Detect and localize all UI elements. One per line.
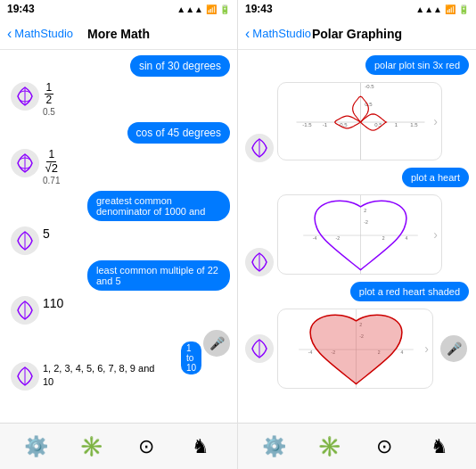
- nav-title-left: More Math: [87, 27, 150, 41]
- avatar-sin30: [11, 82, 39, 111]
- time-left: 19:43: [7, 3, 35, 15]
- bubble-polar[interactable]: polar plot sin 3x red: [365, 55, 469, 75]
- answer-text-sin30: 1 2 0.5: [43, 82, 55, 117]
- svg-text:-2: -2: [336, 235, 341, 241]
- left-panel: 19:43 ▲▲▲ 📶 🔋 ‹ MathStudio More Math sin…: [0, 0, 238, 469]
- battery-icon-right: 🔋: [458, 4, 469, 14]
- chat-area-left: sin of 30 degrees 1 2 0.5: [0, 50, 237, 423]
- answer-lcm: 110: [11, 296, 230, 325]
- toolbar-star-left[interactable]: ✳️: [75, 431, 107, 463]
- svg-text:-4: -4: [308, 350, 313, 355]
- msg-row-heart: plot a heart: [245, 168, 469, 187]
- status-bar-right: 19:43 ▲▲▲ 📶 🔋: [238, 0, 476, 18]
- avatar-1to10: [11, 362, 39, 391]
- msg-row-heart-graph: -4 -2 2 4 2 -2 ›: [245, 193, 469, 276]
- bubble-heart-shaded[interactable]: plot a red heart shaded: [350, 282, 469, 301]
- signal-icon-right: ▲▲▲: [415, 4, 442, 14]
- answer-text-gcd: 5: [43, 226, 50, 241]
- answer-cos45: 1 √2 0.71: [11, 149, 230, 185]
- svg-text:-2: -2: [364, 219, 368, 225]
- signal-icon-left: ▲▲▲: [176, 4, 203, 14]
- chevron-right-heart: ›: [433, 227, 438, 242]
- heart-svg: -4 -2 2 4 2 -2: [278, 195, 442, 275]
- chevron-left-icon: ‹: [7, 26, 12, 42]
- back-label-right: MathStudio: [252, 27, 311, 40]
- bubble-text-lcm: least common multiple of 22 and 5: [96, 265, 218, 286]
- svg-text:-0.5: -0.5: [338, 122, 348, 128]
- svg-text:-0.5: -0.5: [365, 84, 374, 89]
- back-label-left: MathStudio: [14, 27, 73, 40]
- toolbar-gear-left[interactable]: ⚙️: [21, 431, 53, 463]
- svg-text:4: 4: [400, 350, 403, 355]
- toolbar-right: ⚙️ ✳️ ⊙ ♞: [238, 423, 476, 469]
- msg-row-heart-shaded-graph: -4 -2 2 4 2 -2 › 🎤: [245, 307, 469, 391]
- avatar-lcm: [11, 296, 39, 325]
- fraction-sin30: 1 2: [43, 82, 55, 106]
- chevron-right-polar: ›: [433, 114, 438, 128]
- toolbar-chess-left[interactable]: ♞: [185, 431, 217, 463]
- badge-1to10: 1 to 10: [181, 341, 201, 374]
- msg-row-heart-shaded: plot a red heart shaded: [245, 282, 469, 301]
- wifi-icon-right: 📶: [445, 4, 455, 14]
- avatar-gcd: [11, 226, 39, 255]
- avatar-heart-shaded: [245, 334, 274, 363]
- answer-gcd: 5: [11, 226, 230, 255]
- heart-shaded-svg: -4 -2 2 4 2 -2: [278, 309, 433, 389]
- graph-card-heart-shaded[interactable]: -4 -2 2 4 2 -2 ›: [277, 309, 433, 389]
- mic-button-left[interactable]: 🎤: [203, 330, 230, 357]
- bubble-gcd[interactable]: greatest common denominator of 1000 and: [87, 191, 230, 221]
- wifi-icon-left: 📶: [206, 4, 217, 14]
- chevron-right-heart-shaded: ›: [424, 341, 429, 356]
- nav-bar-left: ‹ MathStudio More Math: [0, 18, 237, 50]
- msg-row-polar-graph: -1.5 -1 -0.5 0.5 1 1.5 0.5 -0.5 ›: [245, 80, 469, 162]
- avatar-polar: [245, 134, 274, 162]
- avatar-cos45: [11, 149, 39, 177]
- msg-row-polar: polar plot sin 3x red: [245, 55, 469, 75]
- svg-text:-1: -1: [323, 122, 328, 128]
- status-icons-right: ▲▲▲ 📶 🔋: [415, 4, 469, 14]
- toolbar-circle-right[interactable]: ⊙: [368, 431, 400, 463]
- time-right: 19:43: [245, 3, 273, 15]
- bubble-text-heart: plot a heart: [411, 172, 460, 183]
- graph-card-polar[interactable]: -1.5 -1 -0.5 0.5 1 1.5 0.5 -0.5 ›: [277, 82, 442, 160]
- bubble-text-polar: polar plot sin 3x red: [374, 60, 460, 70]
- bubble-text-sin30: sin of 30 degrees: [139, 60, 221, 72]
- svg-text:-1.5: -1.5: [302, 122, 312, 128]
- toolbar-chess-right[interactable]: ♞: [423, 431, 455, 463]
- svg-text:1: 1: [395, 122, 398, 128]
- answer-text-lcm: 110: [43, 296, 63, 310]
- nav-title-right: Polar Graphing: [312, 27, 402, 41]
- svg-text:1.5: 1.5: [410, 122, 418, 128]
- msg-row-cos45: cos of 45 degrees: [7, 122, 230, 144]
- bubble-sin30[interactable]: sin of 30 degrees: [130, 55, 230, 77]
- graph-card-heart[interactable]: -4 -2 2 4 2 -2 ›: [277, 194, 442, 275]
- mic-button-right[interactable]: 🎤: [440, 335, 467, 362]
- svg-text:-4: -4: [313, 235, 317, 241]
- toolbar-star-right[interactable]: ✳️: [314, 431, 346, 463]
- toolbar-circle-left[interactable]: ⊙: [130, 431, 162, 463]
- svg-text:0.5: 0.5: [374, 122, 382, 128]
- status-icons-left: ▲▲▲ 📶 🔋: [176, 4, 230, 14]
- bubble-text-heart-shaded: plot a red heart shaded: [359, 286, 460, 297]
- chat-area-right: polar plot sin 3x red -1.5 -1: [238, 50, 476, 423]
- avatar-heart: [245, 248, 274, 276]
- answer-sin30: 1 2 0.5: [11, 82, 230, 117]
- bubble-lcm[interactable]: least common multiple of 22 and 5: [87, 260, 230, 291]
- battery-icon-left: 🔋: [219, 4, 230, 14]
- status-bar-left: 19:43 ▲▲▲ 📶 🔋: [0, 0, 237, 18]
- msg-row-1to10: 1 to 10 🎤: [7, 330, 230, 357]
- back-button-right[interactable]: ‹ MathStudio: [245, 26, 311, 42]
- bubble-heart[interactable]: plot a heart: [402, 168, 469, 187]
- bubble-cos45[interactable]: cos of 45 degrees: [127, 122, 230, 144]
- svg-text:2: 2: [364, 208, 366, 213]
- polar-rose-svg: -1.5 -1 -0.5 0.5 1 1.5 0.5 -0.5: [278, 83, 442, 160]
- toolbar-left: ⚙️ ✳️ ⊙ ♞: [0, 423, 237, 469]
- answer-text-cos45: 1 √2 0.71: [43, 149, 60, 185]
- bubble-text-gcd: greatest common denominator of 1000 and: [96, 195, 205, 217]
- svg-text:2: 2: [382, 235, 385, 241]
- svg-text:4: 4: [405, 235, 407, 241]
- back-button-left[interactable]: ‹ MathStudio: [7, 26, 73, 42]
- toolbar-gear-right[interactable]: ⚙️: [259, 431, 291, 463]
- fraction-cos45: 1 √2: [43, 149, 60, 174]
- nav-bar-right: ‹ MathStudio Polar Graphing: [238, 18, 476, 50]
